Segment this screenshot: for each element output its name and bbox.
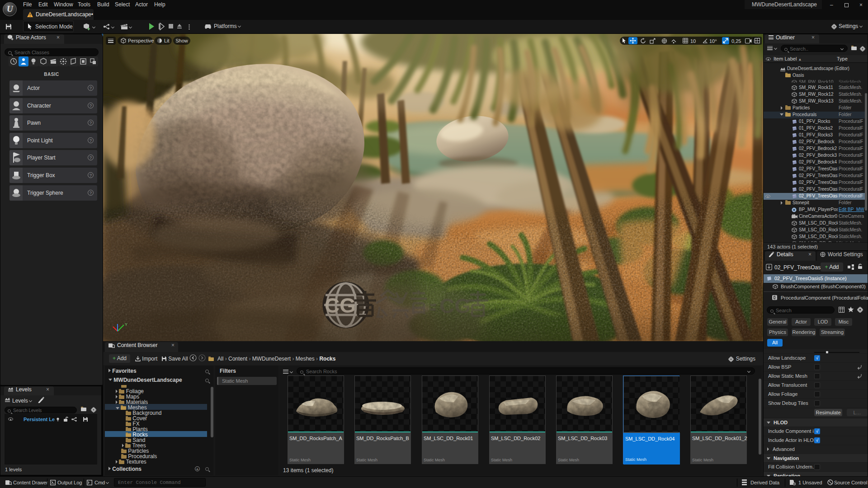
- svg-text:Y: Y: [125, 322, 127, 327]
